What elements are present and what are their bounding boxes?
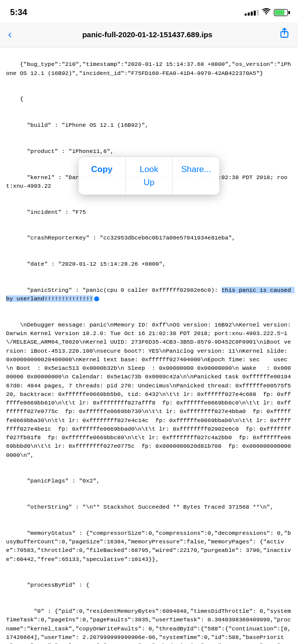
log-process-data: "0" : {"pid":0,"residentMemoryBytes":609…	[6, 608, 291, 644]
log-content[interactable]: {"bug_type":"210","timestamp":"2020-01-1…	[6, 51, 292, 644]
status-time: 5:34	[10, 8, 27, 18]
log-line-5c: "crashReporterKey" : "cc32953dbceb6c0b17…	[20, 234, 236, 241]
nav-title: panic-full-2020-01-12-151437.689.ips	[16, 30, 279, 39]
back-button[interactable]: ‹	[8, 29, 12, 40]
status-bar: 5:34	[0, 0, 298, 22]
log-line-5b: "incident" : "F75	[20, 209, 86, 215]
log-line-2: {	[20, 96, 24, 102]
battery-icon	[274, 9, 288, 16]
context-menu-lookup[interactable]: Look Up	[126, 157, 173, 195]
content-area: {"bug_type":"210","timestamp":"2020-01-1…	[0, 47, 298, 644]
log-panic-body: \nDebugger message: panic\nMemory ID: 0x…	[6, 321, 294, 458]
wifi-icon	[262, 8, 271, 17]
status-icons	[245, 8, 288, 17]
svg-point-0	[266, 13, 267, 14]
log-other-string: "otherString" : "\n** Stackshot Succeede…	[20, 504, 274, 510]
share-button[interactable]	[279, 28, 290, 41]
log-panic-flags: "panicFlags" : "0x2",	[20, 477, 100, 484]
log-line-3: "build" : "iPhone OS 12.1 (16B92)",	[20, 122, 148, 128]
log-process-by-pid: "processByPid" : {	[20, 582, 90, 588]
selection-handle	[94, 296, 99, 301]
context-menu: Copy Look Up Share...	[79, 157, 219, 195]
context-menu-copy[interactable]: Copy	[79, 157, 126, 195]
log-panic-string-prefix: "panicString" : "panic(cpu 0 caller 0xff…	[20, 287, 221, 293]
context-menu-share[interactable]: Share...	[173, 157, 219, 195]
nav-bar: ‹ panic-full-2020-01-12-151437.689.ips	[0, 22, 298, 47]
log-line-4: "product" : "iPhone11,6",	[20, 148, 114, 154]
log-line-6: "date" : "2020-01-12 15:14:28.26 +0800",	[20, 261, 166, 267]
log-line-1: {"bug_type":"210","timestamp":"2020-01-1…	[6, 61, 291, 76]
signal-icon	[245, 10, 259, 16]
log-memory-status: "memoryStatus" : {"compressorSize":0,"co…	[6, 530, 291, 562]
